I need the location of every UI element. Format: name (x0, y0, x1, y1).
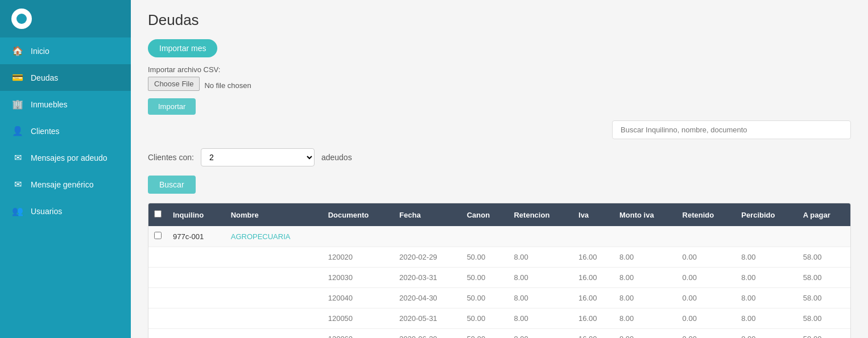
cell-iva: 16.00 (573, 247, 614, 268)
cell-documento (323, 226, 394, 247)
cell-canon: 50.00 (461, 247, 509, 268)
cell-inquilino (167, 329, 225, 339)
table-row: 120060 2020-06-30 50.00 8.00 16.00 8.00 … (148, 329, 850, 339)
header-canon: Canon (461, 203, 509, 226)
header-inquilino: Inquilino (167, 203, 225, 226)
header-checkbox-cell (148, 203, 167, 226)
search-input[interactable] (612, 120, 851, 139)
no-file-text: No file chosen (204, 81, 251, 90)
sidebar-item-mensajes-adeudo[interactable]: ✉ Mensajes por adeudo (0, 144, 131, 171)
cell-retencion: 8.00 (508, 308, 573, 329)
sidebar-item-usuarios[interactable]: 👥 Usuarios (0, 198, 131, 224)
select-all-checkbox[interactable] (154, 210, 162, 218)
row-checkbox-cell (148, 226, 167, 247)
cell-documento: 120020 (323, 247, 394, 268)
mensaje-generico-icon: ✉ (11, 179, 24, 190)
adeudos-select[interactable]: 2 1 3 4 5 (201, 148, 315, 166)
cell-a-pagar: 58.00 (797, 268, 850, 288)
cell-canon: 50.00 (461, 268, 509, 288)
buscar-button[interactable]: Buscar (148, 176, 196, 194)
sidebar-label-clientes: Clientes (31, 127, 60, 136)
sidebar-logo (0, 0, 131, 37)
cell-retenido: 0.00 (677, 329, 736, 339)
row-checkbox-cell (148, 247, 167, 268)
csv-label: Importar archivo CSV: (148, 65, 851, 74)
cell-monto-iva: 8.00 (614, 268, 677, 288)
header-retenido: Retenido (677, 203, 736, 226)
cell-canon: 50.00 (461, 308, 509, 329)
row-checkbox-cell (148, 329, 167, 339)
cell-nombre: AGROPECUARIA (225, 226, 323, 247)
sidebar-item-inmuebles[interactable]: 🏢 Inmuebles (0, 91, 131, 118)
cell-canon: 50.00 (461, 329, 509, 339)
header-iva: Iva (573, 203, 614, 226)
cell-nombre (225, 329, 323, 339)
cell-retenido: 0.00 (677, 247, 736, 268)
cell-documento: 120050 (323, 308, 394, 329)
cell-monto-iva: 8.00 (614, 308, 677, 329)
cell-inquilino (167, 247, 225, 268)
cell-iva (573, 226, 614, 247)
sidebar-label-mensaje-generico: Mensaje genérico (31, 180, 94, 189)
sidebar-label-inicio: Inicio (31, 47, 49, 56)
sidebar-label-deudas: Deudas (31, 73, 58, 82)
clientes-con-label: Clientes con: (148, 153, 194, 162)
cell-percibido: 8.00 (735, 268, 797, 288)
row-checkbox-cell (148, 288, 167, 308)
cell-fecha (394, 226, 461, 247)
cell-monto-iva: 8.00 (614, 247, 677, 268)
sidebar-item-mensaje-generico[interactable]: ✉ Mensaje genérico (0, 171, 131, 198)
importar-button[interactable]: Importar (148, 98, 196, 115)
cell-a-pagar: 58.00 (797, 308, 850, 329)
cell-inquilino: 977c-001 (167, 226, 225, 247)
table-row: 120020 2020-02-29 50.00 8.00 16.00 8.00 … (148, 247, 850, 268)
cell-documento: 120040 (323, 288, 394, 308)
cell-percibido: 8.00 (735, 288, 797, 308)
sidebar-item-inicio[interactable]: 🏠 Inicio (0, 37, 131, 64)
row-checkbox[interactable] (154, 232, 162, 239)
home-icon: 🏠 (11, 45, 24, 56)
cell-canon: 50.00 (461, 288, 509, 308)
sidebar-item-deudas[interactable]: 💳 Deudas (0, 64, 131, 91)
header-nombre: Nombre (225, 203, 323, 226)
cell-a-pagar (797, 226, 850, 247)
cell-canon (461, 226, 509, 247)
inmuebles-icon: 🏢 (11, 99, 24, 110)
table-row: 977c-001 AGROPECUARIA (148, 226, 850, 247)
cell-iva: 16.00 (573, 308, 614, 329)
cell-fecha: 2020-06-30 (394, 329, 461, 339)
deudas-icon: 💳 (11, 72, 24, 83)
row-checkbox-cell (148, 308, 167, 329)
importar-mes-button[interactable]: Importar mes (148, 39, 217, 57)
sidebar: 🏠 Inicio 💳 Deudas 🏢 Inmuebles 👤 Clientes… (0, 0, 131, 338)
cell-monto-iva: 8.00 (614, 329, 677, 339)
cell-retenido (677, 226, 736, 247)
table-container: Inquilino Nombre Documento Fecha Canon R… (148, 203, 851, 338)
cell-percibido: 8.00 (735, 247, 797, 268)
cell-fecha: 2020-02-29 (394, 247, 461, 268)
cell-nombre (225, 247, 323, 268)
cell-percibido (735, 226, 797, 247)
cell-monto-iva (614, 226, 677, 247)
sidebar-label-mensajes-adeudo: Mensajes por adeudo (31, 153, 108, 162)
header-retencion: Retencion (508, 203, 573, 226)
cell-fecha: 2020-04-30 (394, 288, 461, 308)
cell-retenido: 0.00 (677, 308, 736, 329)
page-title: Deudas (148, 11, 851, 29)
clientes-icon: 👤 (11, 126, 24, 136)
cell-retencion: 8.00 (508, 288, 573, 308)
logo-icon (11, 9, 32, 29)
cell-nombre (225, 308, 323, 329)
cell-a-pagar: 58.00 (797, 329, 850, 339)
cell-retencion: 8.00 (508, 329, 573, 339)
cell-fecha: 2020-03-31 (394, 268, 461, 288)
cell-monto-iva: 8.00 (614, 288, 677, 308)
choose-file-button[interactable]: Choose File (148, 77, 200, 91)
cell-iva: 16.00 (573, 288, 614, 308)
sidebar-item-clientes[interactable]: 👤 Clientes (0, 118, 131, 144)
header-a-pagar: A pagar (797, 203, 850, 226)
svg-point-0 (16, 14, 27, 24)
cell-documento: 120060 (323, 329, 394, 339)
cell-iva: 16.00 (573, 268, 614, 288)
search-bar-container (148, 120, 851, 139)
